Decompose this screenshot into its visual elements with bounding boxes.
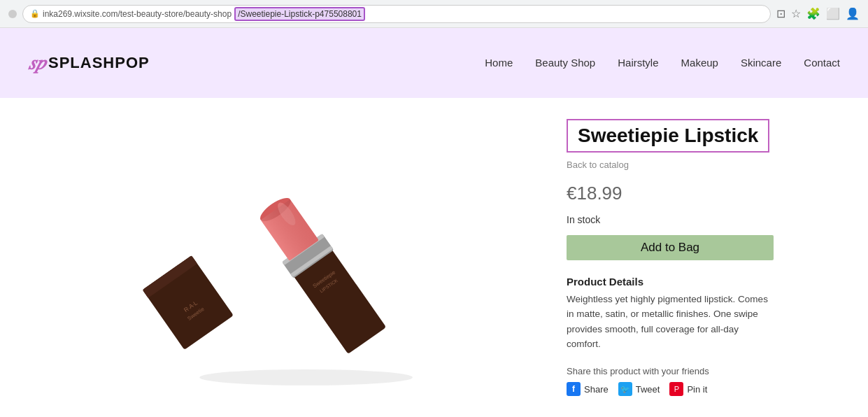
browser-chrome: 🔒 inka269.wixsite.com/test-beauty-store/… [0, 0, 868, 28]
nav-item-contact[interactable]: Contact [804, 57, 840, 69]
nav-link-contact[interactable]: Contact [804, 57, 840, 69]
back-to-catalog-link[interactable]: Back to catalog [567, 160, 843, 170]
share-buttons: f Share 🐦 Tweet P Pin it [567, 382, 843, 396]
lock-icon: 🔒 [30, 9, 40, 18]
nav-links: Home Beauty Shop Hairstyle Makeup Skinca… [485, 57, 840, 69]
product-price: €18.99 [567, 183, 843, 204]
svg-point-14 [199, 369, 413, 386]
main-content: R·A·L Sweetie Sweetiepie [0, 98, 868, 417]
nav-link-makeup[interactable]: Makeup [681, 57, 718, 69]
bookmark-icon[interactable]: ☆ [791, 7, 801, 20]
pinterest-share-button[interactable]: P Pin it [669, 382, 707, 396]
facebook-share-label: Share [584, 384, 609, 395]
product-details-heading: Product Details [567, 276, 843, 288]
nav-item-skincare[interactable]: Skincare [741, 57, 781, 69]
logo-area: 𝑠𝑝 SPLASHPOP [28, 53, 150, 73]
address-bar[interactable]: 🔒 inka269.wixsite.com/test-beauty-store/… [22, 5, 771, 23]
nav-link-skincare[interactable]: Skincare [741, 57, 781, 69]
facebook-share-button[interactable]: f Share [567, 382, 609, 396]
add-to-bag-button[interactable]: Add to Bag [567, 235, 774, 260]
twitter-icon: 🐦 [618, 382, 632, 396]
twitter-share-label: Tweet [636, 384, 660, 395]
pinterest-icon: P [669, 382, 683, 396]
nav-link-beauty-shop[interactable]: Beauty Shop [535, 57, 595, 69]
product-title: Sweetiepie Lipstick [578, 125, 758, 146]
browser-dot-1 [8, 10, 17, 18]
facebook-icon: f [567, 382, 581, 396]
nav-item-home[interactable]: Home [485, 57, 513, 69]
nav-item-makeup[interactable]: Makeup [681, 57, 718, 69]
share-label: Share this product with your friends [567, 366, 843, 376]
stock-status: In stock [567, 214, 843, 225]
product-title-box: Sweetiepie Lipstick [567, 119, 769, 153]
logo-text: SPLASHPOP [48, 54, 150, 72]
nav-item-hairstyle[interactable]: Hairstyle [618, 57, 658, 69]
browser-actions: ⊡ ☆ 🧩 ⬜ 👤 [776, 7, 860, 20]
share-browser-icon[interactable]: ⊡ [776, 7, 785, 20]
navbar: 𝑠𝑝 SPLASHPOP Home Beauty Shop Hairstyle … [0, 28, 868, 98]
product-description: Weightless yet highly pigmented lipstick… [567, 292, 769, 352]
address-highlight: /Sweetiepie-Lipstick-p475508801 [234, 7, 365, 21]
address-prefix: inka269.wixsite.com/test-beauty-store/be… [43, 9, 232, 19]
nav-link-home[interactable]: Home [485, 57, 513, 69]
nav-item-beauty-shop[interactable]: Beauty Shop [535, 57, 595, 69]
nav-link-hairstyle[interactable]: Hairstyle [618, 57, 658, 69]
profile-icon[interactable]: 👤 [846, 7, 860, 20]
product-image-area: R·A·L Sweetie Sweetiepie [0, 98, 546, 417]
product-details-area: Sweetiepie Lipstick Back to catalog €18.… [546, 98, 868, 417]
product-image-svg: R·A·L Sweetie Sweetiepie [105, 118, 441, 397]
logo-icon: 𝑠𝑝 [28, 53, 45, 73]
browser-controls [8, 10, 17, 18]
twitter-share-button[interactable]: 🐦 Tweet [618, 382, 660, 396]
extensions-icon[interactable]: 🧩 [806, 7, 820, 20]
pinterest-share-label: Pin it [687, 384, 707, 395]
split-view-icon[interactable]: ⬜ [826, 7, 840, 20]
